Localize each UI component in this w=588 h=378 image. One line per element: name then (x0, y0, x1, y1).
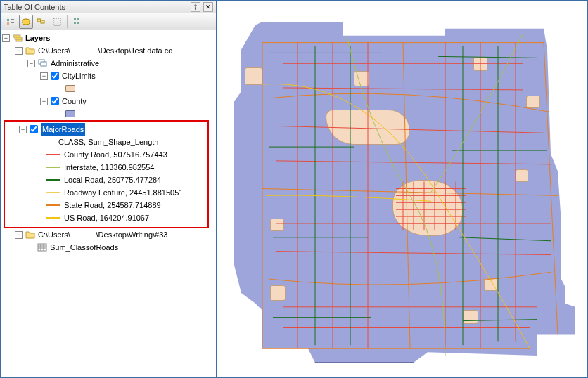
majorroads-checkbox[interactable] (30, 125, 38, 133)
svg-line-29 (283, 88, 523, 90)
svg-line-25 (544, 43, 558, 335)
data-source-2[interactable]: − C:\Users\ \Desktop\Writing\#33 (1, 228, 216, 241)
data-frame-icon (13, 33, 23, 43)
list-by-visibility-button[interactable] (34, 15, 49, 29)
class-header: CLASS, Sum_Shape_Length (58, 136, 159, 148)
citylimits-checkbox[interactable] (51, 72, 59, 80)
svg-line-26 (262, 189, 558, 196)
data-source-1[interactable]: − C:\Users\ \Desktop\Test data co (1, 44, 216, 57)
svg-rect-17 (38, 244, 46, 251)
county-swatch-row (1, 107, 216, 120)
county-swatch (65, 110, 75, 117)
path-label: C:\Users\ \Desktop\Test data co (38, 44, 172, 57)
layer-county[interactable]: − County (1, 95, 216, 107)
road-swatch (46, 154, 60, 155)
svg-rect-11 (77, 22, 79, 24)
table-label: Sum_ClassofRoads (50, 241, 118, 254)
admin-label: Administrative (51, 57, 99, 70)
folder-icon (25, 230, 35, 240)
road-swatch (46, 204, 60, 206)
layer-citylimits[interactable]: − CityLimits (1, 70, 216, 82)
svg-rect-0 (7, 19, 9, 21)
citylimits-label: CityLimits (62, 70, 96, 82)
expand-icon[interactable]: − (27, 60, 35, 67)
group-layer-icon (38, 58, 48, 68)
options-button[interactable] (70, 15, 84, 29)
road-class-row[interactable]: State Road, 254587.714889 (5, 199, 207, 211)
svg-rect-3 (11, 22, 14, 23)
layers-label: Layers (25, 32, 50, 44)
road-class-row[interactable]: Interstate, 113360.982554 (5, 161, 207, 174)
svg-line-30 (276, 126, 544, 133)
table-sumclass[interactable]: Sum_ClassofRoads (1, 241, 216, 254)
county-checkbox[interactable] (51, 97, 59, 105)
list-by-drawing-button[interactable] (4, 15, 18, 29)
expand-icon[interactable]: − (15, 47, 23, 55)
expand-icon[interactable]: − (40, 72, 48, 80)
svg-rect-6 (41, 20, 44, 23)
toc-title-bar: Table Of Contents ✕ (1, 1, 216, 13)
road-swatch (46, 192, 60, 193)
road-class-row[interactable]: Local Road, 250775.477284 (5, 174, 207, 186)
road-label: Interstate, 113360.982554 (64, 161, 154, 174)
toc-panel: Table Of Contents ✕ − Layers − C:\Users\… (1, 1, 217, 377)
svg-rect-8 (74, 18, 76, 20)
table-icon (37, 242, 47, 252)
toc-title: Table Of Contents (4, 3, 65, 11)
svg-line-31 (276, 161, 551, 164)
group-admin[interactable]: − Administrative (1, 57, 216, 70)
list-by-source-button[interactable] (19, 15, 33, 29)
class-header-row: CLASS, Sum_Shape_Length (5, 136, 207, 148)
svg-rect-1 (11, 19, 14, 20)
road-label: County Road, 507516.757443 (64, 148, 167, 161)
roads-network (227, 15, 579, 363)
path-label: C:\Users\ \Desktop\Writing\#33 (38, 228, 167, 241)
svg-rect-2 (7, 22, 9, 25)
close-button[interactable]: ✕ (203, 2, 213, 12)
svg-rect-14 (16, 39, 22, 41)
road-class-row[interactable]: Roadway Feature, 24451.8815051 (5, 186, 207, 199)
highlight-majorroads: − MajorRoads CLASS, Sum_Shape_Length Cou… (4, 120, 209, 228)
toc-toolbar (1, 13, 216, 30)
svg-line-55 (438, 56, 537, 58)
layers-root[interactable]: − Layers (1, 32, 216, 44)
toc-tree[interactable]: − Layers − C:\Users\ \Desktop\Test data … (1, 30, 216, 377)
road-label: US Road, 164204.91067 (64, 211, 149, 224)
road-label: State Road, 254587.714889 (64, 199, 161, 211)
citylimits-swatch-row (1, 82, 216, 95)
road-swatch (46, 217, 60, 219)
county-label: County (62, 95, 87, 107)
svg-rect-7 (53, 18, 60, 25)
svg-line-33 (276, 252, 551, 255)
expand-icon[interactable]: − (40, 98, 48, 105)
road-label: Roadway Feature, 24451.8815051 (64, 186, 183, 199)
layer-majorroads[interactable]: − MajorRoads (5, 123, 207, 136)
road-label: Local Road, 250775.477284 (64, 174, 161, 186)
folder-icon (25, 46, 35, 56)
road-class-row[interactable]: US Road, 164204.91067 (5, 211, 207, 224)
expand-icon[interactable]: − (2, 34, 10, 42)
citylimits-swatch (65, 85, 75, 92)
road-class-row[interactable]: County Road, 507516.757443 (5, 148, 207, 161)
road-swatch (46, 167, 60, 168)
svg-rect-5 (37, 19, 41, 22)
svg-rect-9 (77, 18, 79, 20)
toc-title-buttons: ✕ (191, 2, 213, 12)
svg-rect-10 (74, 22, 76, 24)
pin-button[interactable] (191, 2, 200, 12)
list-by-selection-button[interactable] (50, 15, 64, 29)
majorroads-label: MajorRoads (41, 123, 85, 136)
expand-icon[interactable]: − (15, 231, 23, 239)
svg-line-59 (459, 237, 551, 241)
map-viewport[interactable] (217, 1, 587, 377)
expand-icon[interactable]: − (19, 126, 27, 133)
svg-line-61 (463, 320, 537, 321)
svg-rect-16 (41, 62, 46, 66)
road-swatch (46, 179, 60, 181)
